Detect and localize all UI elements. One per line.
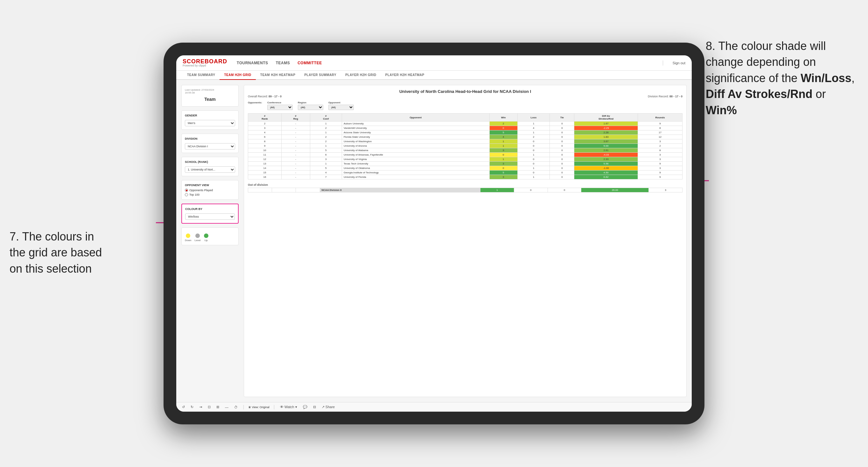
conference-label: Conference xyxy=(267,101,293,104)
annotation-right: 8. The colour shade will change dependin… xyxy=(706,38,859,118)
fwd-btn[interactable]: ⇥ xyxy=(198,404,203,410)
clock-btn[interactable]: ⏱ xyxy=(233,405,239,410)
division-dropdown[interactable]: NCAA Division I xyxy=(185,143,235,150)
cell-tie: 0 xyxy=(550,166,574,170)
cell-rank: 11 xyxy=(248,153,282,157)
cell-conf: 1 xyxy=(310,144,342,148)
share-btn[interactable]: ↗ Share xyxy=(320,404,336,410)
cell-diff: 9.00 xyxy=(574,144,638,148)
cell-tie: 0 xyxy=(550,175,574,179)
cell-reg xyxy=(272,188,296,192)
cell-opponent: University of Oklahoma xyxy=(342,166,489,170)
sidebar-legend: Down Level Up xyxy=(181,227,239,245)
cell-reg: - xyxy=(281,166,310,170)
cell-win: 0 xyxy=(489,166,517,170)
app-header: SCOREBOARD Powered by clippd TOURNAMENTS… xyxy=(176,55,692,71)
out-of-division-table: NCAA Division II 1 0 0 26.00 3 xyxy=(248,188,682,192)
sub-nav: TEAM SUMMARY TEAM H2H GRID TEAM H2H HEAT… xyxy=(176,71,692,80)
logo-sub: Powered by clippd xyxy=(183,64,227,67)
team-title: Team xyxy=(185,97,235,102)
radio-opponents-played[interactable]: Opponents Played xyxy=(185,189,235,192)
crop-btn[interactable]: ⊡ xyxy=(207,404,212,410)
sign-out-link[interactable]: Sign out xyxy=(673,61,685,65)
overall-record: Overall Record: 89 - 17 - 0 xyxy=(248,95,282,98)
cell-conf: 7 xyxy=(310,175,342,179)
radio-top100[interactable]: Top 100 xyxy=(185,193,235,196)
team-section: Team xyxy=(185,97,235,102)
gender-dropdown[interactable]: Men's xyxy=(185,120,235,126)
table-row: 9 - 1 University of Arizona 1 0 0 9.00 2 xyxy=(248,144,682,148)
table-row: 10 - 5 University of Alabama 3 0 0 2.61 … xyxy=(248,148,682,153)
grid-btn[interactable]: ⊞ xyxy=(215,404,220,410)
cell-rounds: 2 xyxy=(638,144,682,148)
layout-btn[interactable]: ⊟ xyxy=(312,404,317,410)
nav-teams[interactable]: TEAMS xyxy=(276,60,290,66)
cell-loss: 2 xyxy=(517,135,550,139)
table-header-row: #Rank #Reg #Conf Opponent Win Loss Tie D… xyxy=(248,114,682,122)
colour-by-dropdown[interactable]: Win/loss xyxy=(185,214,235,220)
logo-area: SCOREBOARD Powered by clippd xyxy=(183,59,227,67)
cell-tie: 0 xyxy=(550,130,574,135)
cell-reg: - xyxy=(281,139,310,144)
redo-btn[interactable]: ↻ xyxy=(189,404,195,410)
nav-committee[interactable]: COMMITTEE xyxy=(298,60,322,66)
nav-tournaments[interactable]: TOURNAMENTS xyxy=(237,60,268,66)
sub-nav-player-h2h-grid[interactable]: PLAYER H2H GRID xyxy=(341,71,381,80)
legend-down: Down xyxy=(185,234,191,242)
cell-loss: 4 xyxy=(517,126,550,130)
grid-title: University of North Carolina Head-to-Hea… xyxy=(248,89,682,94)
sub-nav-player-h2h-heatmap[interactable]: PLAYER H2H HEATMAP xyxy=(381,71,429,80)
school-dropdown[interactable]: 1. University of Nort... xyxy=(185,166,235,173)
cell-diff: 2.61 xyxy=(574,148,638,153)
cell-loss: 1 xyxy=(517,175,550,179)
cell-loss: 1 xyxy=(517,153,550,157)
cell-opponent: Georgia Institute of Technology xyxy=(342,170,489,175)
sub-nav-team-h2h-heatmap[interactable]: TEAM H2H HEATMAP xyxy=(256,71,300,80)
cell-win: 0 xyxy=(489,126,517,130)
cell-rank: 8 xyxy=(248,139,282,144)
cell-tie: 0 xyxy=(550,135,574,139)
cell-opponent: University of Washington xyxy=(342,139,489,144)
cell-win: 3 xyxy=(489,148,517,153)
th-tie: Tie xyxy=(550,114,574,122)
table-row: 11 - 6 University of Arkansas, Fayettevi… xyxy=(248,153,682,157)
cell-win: 3 xyxy=(489,162,517,166)
toolbar-sep-1 xyxy=(243,405,244,409)
cell-rank: 15 xyxy=(248,170,282,175)
th-rounds: Rounds xyxy=(638,114,682,122)
legend-row: Down Level Up xyxy=(185,234,235,242)
undo-btn[interactable]: ↺ xyxy=(181,404,186,410)
out-table-row: NCAA Division II 1 0 0 26.00 3 xyxy=(248,188,682,192)
watch-btn[interactable]: 👁 Watch ▾ xyxy=(279,404,299,410)
bottom-toolbar: ↺ ↻ ⇥ ⊡ ⊞ — ⏱ 🖥 View: Original 👁 Watch ▾… xyxy=(176,402,692,412)
radio-group: Opponents Played Top 100 xyxy=(185,189,235,196)
sub-nav-player-summary[interactable]: PLAYER SUMMARY xyxy=(300,71,341,80)
cell-loss: 1 xyxy=(517,166,550,170)
cell-rounds: 3 xyxy=(638,153,682,157)
opponent-select[interactable]: (All) xyxy=(328,105,354,110)
cell-diff: 1.67 xyxy=(574,122,638,126)
cell-loss: 0 xyxy=(517,144,550,148)
conference-select[interactable]: (All) xyxy=(267,105,293,110)
cell-rounds: 3 xyxy=(649,188,682,192)
sidebar-last-updated: Last Updated: 27/03/2024 16:55:38 Team xyxy=(181,85,239,106)
sub-nav-team-summary[interactable]: TEAM SUMMARY xyxy=(183,71,220,80)
sub-nav-team-h2h-grid[interactable]: TEAM H2H GRID xyxy=(220,71,255,80)
filter-opponent: Opponent (All) xyxy=(328,101,354,110)
table-row: 13 - 1 Texas Tech University 3 0 0 5.56 … xyxy=(248,162,682,166)
legend-down-circle xyxy=(186,234,190,238)
cell-rounds: 3 xyxy=(638,157,682,162)
cell-opponent: Texas Tech University xyxy=(342,162,489,166)
cell-rank xyxy=(248,188,272,192)
opponent-filter-label: Opponent xyxy=(328,101,354,104)
region-select[interactable]: (All) xyxy=(298,105,323,110)
cell-win: 1 xyxy=(480,188,514,192)
radio-top100-dot xyxy=(185,193,188,196)
tablet-device: SCOREBOARD Powered by clippd TOURNAMENTS… xyxy=(163,43,705,424)
dash-btn[interactable]: — xyxy=(224,405,230,410)
cell-win: 0 xyxy=(489,153,517,157)
comment-btn[interactable]: 💬 xyxy=(302,404,309,410)
table-row: 6 - 2 Florida State University 4 2 0 1.8… xyxy=(248,135,682,139)
cell-conf: 5 xyxy=(310,148,342,153)
division-label: Division xyxy=(185,137,235,140)
